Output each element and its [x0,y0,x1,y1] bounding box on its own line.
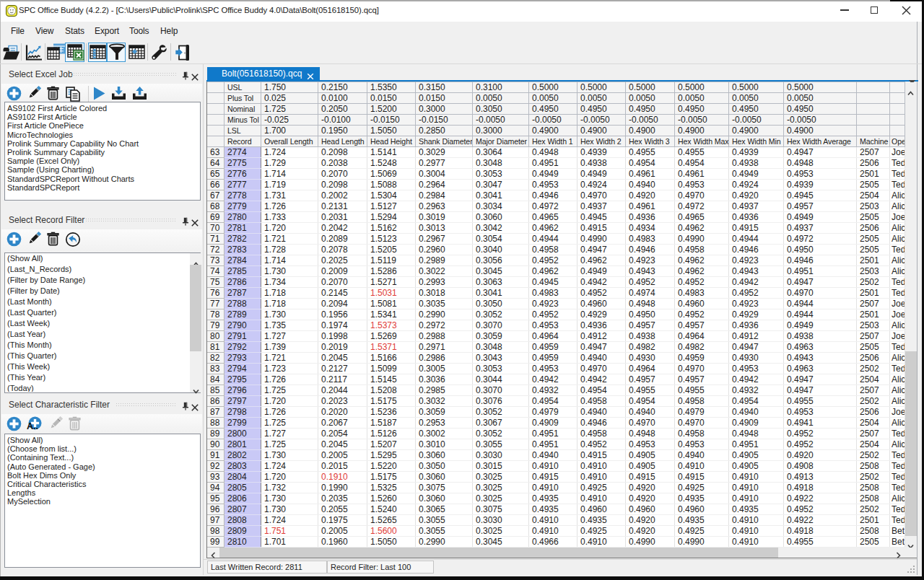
svg-text:A..: A.. [27,421,38,431]
